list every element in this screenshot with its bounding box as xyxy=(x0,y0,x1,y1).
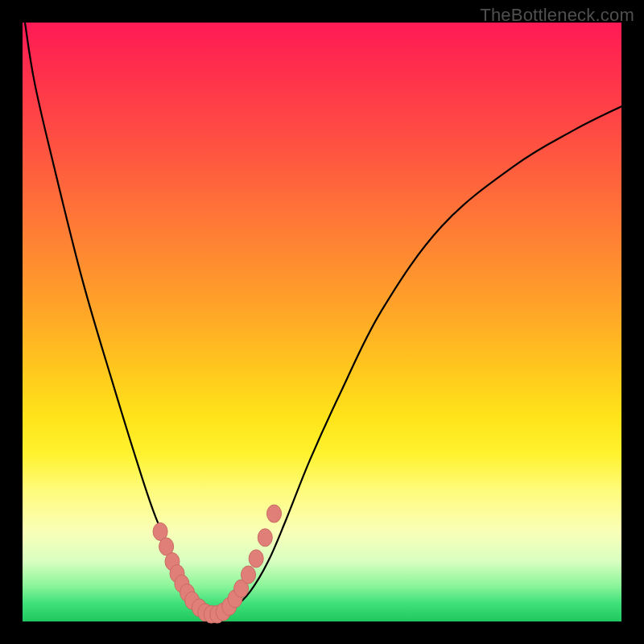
chart-frame: TheBottleneck.com xyxy=(0,0,644,644)
plot-area xyxy=(23,23,621,621)
bottleneck-curve xyxy=(25,23,621,617)
marker-point xyxy=(258,529,272,547)
marker-group xyxy=(153,505,281,623)
marker-point xyxy=(249,550,263,568)
marker-point xyxy=(267,505,282,522)
chart-svg xyxy=(23,23,621,621)
marker-point xyxy=(242,566,256,584)
watermark-text: TheBottleneck.com xyxy=(480,5,634,26)
